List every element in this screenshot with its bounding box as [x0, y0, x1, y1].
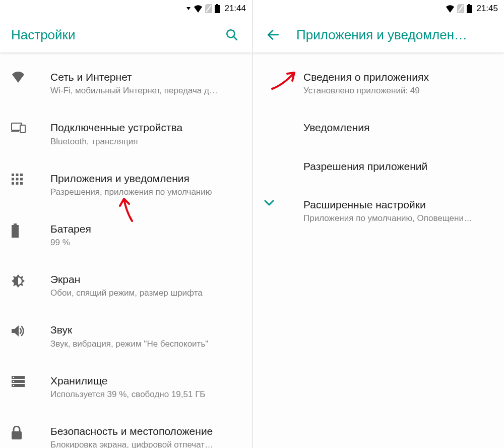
item-title: Экран	[50, 273, 243, 286]
brightness-icon	[11, 274, 25, 290]
settings-item-display[interactable]: Экран Обои, спящий режим, размер шрифта	[0, 266, 252, 305]
svg-line-5	[233, 36, 237, 40]
svg-marker-21	[12, 325, 19, 337]
sim-icon	[205, 4, 212, 13]
battery-icon	[214, 4, 220, 13]
item-title: Подключенные устройства	[50, 121, 243, 134]
chevron-down-icon	[264, 199, 274, 208]
svg-rect-7	[20, 125, 25, 133]
item-title: Батарея	[50, 222, 243, 236]
devices-icon	[11, 122, 26, 135]
apps-icon	[11, 173, 23, 187]
item-subtitle: Bluetooth, трансляция	[50, 137, 243, 147]
item-subtitle: Wi-Fi, мобильный Интернет, передача д…	[50, 86, 243, 96]
svg-rect-9	[12, 174, 14, 176]
svg-rect-19	[12, 225, 19, 238]
appbar-title: Приложения и уведомлен…	[296, 27, 493, 43]
settings-item-apps[interactable]: Приложения и уведомления Разрешения, при…	[0, 165, 252, 204]
svg-rect-3	[215, 5, 220, 13]
svg-rect-31	[467, 5, 472, 13]
sound-icon	[11, 324, 25, 340]
item-title: Приложения и уведомления	[50, 172, 243, 185]
appbar: Приложения и уведомлен…	[253, 17, 504, 52]
item-title: Расширенные настройки	[303, 198, 495, 211]
svg-rect-18	[14, 223, 17, 225]
item-title: Сведения о приложениях	[303, 71, 495, 84]
search-icon	[225, 28, 238, 41]
svg-point-26	[13, 380, 15, 382]
battery-icon	[11, 223, 19, 240]
item-subtitle: 99 %	[50, 238, 243, 248]
clock-text: 21:44	[224, 4, 246, 14]
statusbar: 21:45	[253, 0, 504, 17]
storage-icon	[11, 375, 25, 389]
svg-rect-14	[20, 178, 23, 180]
svg-rect-11	[20, 174, 23, 176]
settings-item-sound[interactable]: Звук Звук, вибрация, режим "Не беспокоит…	[0, 316, 252, 356]
clock-text: 21:45	[476, 4, 498, 14]
item-subtitle: Установлено приложений: 49	[303, 86, 495, 96]
search-button[interactable]	[223, 26, 241, 44]
statusbar: 21:44	[0, 0, 252, 17]
back-button[interactable]	[264, 26, 282, 44]
item-subtitle: Блокировка экрана, цифровой отпечат…	[50, 440, 243, 448]
settings-item-network[interactable]: Сеть и Интернет Wi-Fi, мобильный Интерне…	[0, 64, 252, 103]
svg-rect-2	[216, 4, 218, 5]
item-subtitle: Разрешения, приложения по умолчанию	[50, 187, 243, 197]
arrow-back-icon	[267, 28, 280, 41]
signal-triangle-icon	[186, 6, 191, 11]
item-title: Сеть и Интернет	[50, 71, 243, 84]
svg-point-27	[13, 384, 15, 386]
settings-item-storage[interactable]: Хранилище Используется 39 %, свободно 19…	[0, 367, 252, 407]
wifi-icon	[193, 5, 203, 13]
item-title: Звук	[50, 323, 243, 337]
sim-icon	[457, 4, 464, 13]
svg-rect-16	[16, 182, 19, 185]
phone-right: 21:45 Приложения и уведомлен… Сведения о…	[252, 0, 504, 448]
item-subtitle: Звук, вибрация, режим "Не беспокоить"	[50, 339, 243, 349]
svg-marker-0	[186, 7, 191, 10]
apps-item-notifications[interactable]: Уведомления	[253, 114, 504, 141]
wifi-icon	[11, 72, 25, 85]
apps-list: Сведения о приложениях Установлено прило…	[253, 52, 504, 448]
settings-item-devices[interactable]: Подключенные устройства Bluetooth, транс…	[0, 114, 252, 153]
settings-list: Сеть и Интернет Wi-Fi, мобильный Интерне…	[0, 52, 252, 448]
item-subtitle: Приложения по умолчанию, Оповещени…	[303, 213, 495, 223]
svg-rect-10	[16, 174, 19, 176]
item-title: Безопасность и местоположение	[50, 425, 243, 438]
item-subtitle: Обои, спящий режим, размер шрифта	[50, 288, 243, 298]
svg-rect-13	[16, 178, 19, 180]
item-title: Хранилище	[50, 374, 243, 387]
apps-item-permissions[interactable]: Разрешения приложений	[253, 153, 504, 180]
settings-item-security[interactable]: Безопасность и местоположение Блокировка…	[0, 418, 252, 448]
item-subtitle: Используется 39 %, свободно 19,51 ГБ	[50, 389, 243, 400]
appbar-title: Настройки	[11, 27, 223, 43]
battery-icon	[466, 4, 472, 13]
lock-icon	[11, 426, 22, 442]
item-title: Разрешения приложений	[303, 160, 495, 173]
svg-rect-12	[12, 178, 14, 180]
svg-point-25	[13, 376, 15, 378]
svg-rect-30	[468, 4, 470, 5]
settings-item-battery[interactable]: Батарея 99 %	[0, 215, 252, 255]
svg-rect-15	[12, 182, 14, 185]
appbar: Настройки	[0, 17, 252, 52]
svg-rect-28	[12, 431, 22, 439]
svg-rect-17	[20, 182, 23, 185]
apps-item-advanced[interactable]: Расширенные настройки Приложения по умол…	[253, 191, 504, 231]
apps-item-info[interactable]: Сведения о приложениях Установлено прило…	[253, 64, 504, 103]
phone-left: 21:44 Настройки Сеть и Интернет Wi-Fi, м…	[0, 0, 252, 448]
wifi-icon	[445, 5, 455, 13]
item-title: Уведомления	[303, 121, 495, 134]
